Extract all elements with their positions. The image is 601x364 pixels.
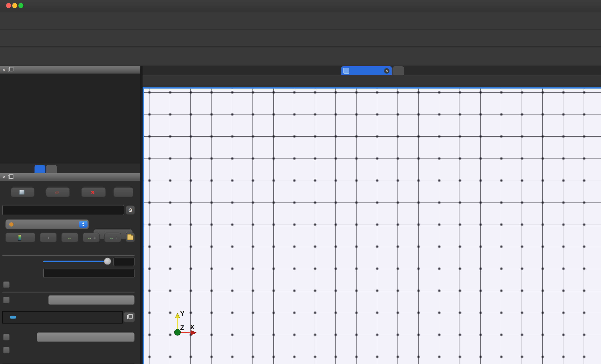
color-by-select[interactable]: ▲▼ [5,219,89,229]
opacity-slider-handle[interactable] [104,258,111,265]
display-toolbar [0,30,601,47]
data-axes-grid-edit-button[interactable] [48,295,134,305]
minimize-window-button[interactable] [12,3,17,8]
reset-button[interactable]: ⊘ [46,187,70,197]
rescale-data-range-button[interactable]: ↔ [61,233,78,242]
float-panel-icon[interactable] [8,68,12,72]
render-lines-as-tubes-checkbox[interactable] [3,282,10,288]
collapse-dash-icon [10,316,16,318]
view-section-header[interactable] [2,311,122,324]
opacity-value-field[interactable] [113,258,135,266]
properties-panel: ⊘ ✖ ⚙ ▲▼ ▲▼ ◑ ↔ ↔c ↔t [0,182,140,364]
data-axes-grid-checkbox[interactable] [3,297,10,303]
colorbar-gradient [276,327,428,333]
main-toolbar [0,11,601,30]
search-options-gear-icon[interactable]: ⚙ [126,205,135,215]
search-input[interactable] [2,205,124,215]
close-panel-icon[interactable]: ✕ [2,175,6,180]
filters-toolbar [0,47,601,66]
center-axes-visibility-checkbox[interactable] [3,347,10,353]
axes-grid-checkbox[interactable] [3,334,10,340]
close-panel-icon[interactable]: ✕ [2,68,6,72]
zoom-window-button[interactable] [19,3,23,8]
properties-header: ✕ [0,173,140,182]
rescale-temporal-range-button[interactable]: ↔t [104,233,121,242]
render-view-toolbar [143,75,601,87]
tab-information[interactable] [46,165,57,173]
z-axis-label: Z [180,324,184,332]
close-layout-icon[interactable]: ✕ [384,68,390,73]
rescale-custom-range-button[interactable]: ↔c [83,233,100,242]
use-separate-color-map-button[interactable]: ◑ [40,233,57,242]
add-layout-tab[interactable] [392,66,404,75]
close-window-button[interactable] [6,3,11,8]
edit-color-map-button[interactable] [5,233,35,242]
delete-button[interactable]: ✖ [81,187,106,197]
layout-tab[interactable]: ✕ [341,66,392,75]
x-axis-label: X [190,324,194,331]
glyph-grid-canvas [396,208,577,364]
orientation-axes-widget: Y Z X [165,295,207,338]
render-viewport[interactable]: Y Z X [144,89,601,364]
pipeline-browser-header: ✕ [0,66,140,74]
panel-tabs [0,164,140,173]
chevron-updown-icon: ▲▼ [79,221,87,228]
float-panel-icon[interactable] [8,175,12,180]
solid-color-swatch-icon [9,222,13,226]
layout-icon [343,68,349,74]
apply-button[interactable] [11,187,34,197]
paraview-window: ✕ ✕ ⊘ ✖ ⚙ ▲▼ ▲▼ ◑ ↔ ↔c ↔t [0,0,601,364]
opacity-slider[interactable] [43,261,111,262]
panel-splitter[interactable] [140,66,142,364]
copy-view-properties-button[interactable] [123,312,135,323]
pipeline-tree [0,73,140,163]
y-axis-label: Y [180,310,185,317]
tab-properties[interactable] [35,165,45,173]
axes-grid-edit-button[interactable] [37,332,135,342]
title-bar [0,0,601,12]
help-button[interactable] [113,187,133,197]
line-width-field[interactable] [43,269,135,278]
choose-preset-button[interactable] [126,233,135,242]
